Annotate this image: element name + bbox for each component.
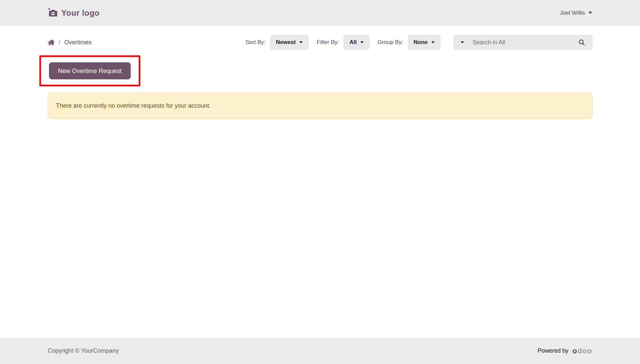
logo-link[interactable]: Your logo	[48, 8, 100, 18]
chevron-down-icon	[431, 41, 435, 43]
copyright-text: Copyright © YourCompany	[48, 347, 119, 354]
group-by-dropdown[interactable]: None	[408, 35, 441, 50]
search-scope-dropdown[interactable]	[460, 40, 465, 45]
breadcrumb-separator: /	[59, 39, 60, 46]
sort-by-dropdown[interactable]: Newest	[270, 35, 309, 50]
home-breadcrumb-link[interactable]	[48, 39, 55, 46]
empty-state-alert: There are currently no overtime requests…	[48, 93, 593, 119]
user-menu[interactable]: Joel Willis	[560, 10, 592, 16]
filter-by-dropdown[interactable]: All	[343, 35, 370, 50]
search-button[interactable]	[577, 38, 586, 47]
sort-by-label: Sort By:	[245, 39, 265, 46]
chevron-down-icon	[299, 41, 303, 43]
filter-by-value: All	[349, 39, 357, 46]
group-by-label: Group By:	[378, 39, 403, 46]
new-overtime-request-button[interactable]: New Overtime Request	[49, 62, 131, 79]
home-icon	[48, 39, 55, 46]
breadcrumb: / Overtimes	[48, 39, 92, 46]
sort-by-value: Newest	[276, 39, 296, 46]
annotation-highlight-rect: New Overtime Request	[39, 55, 140, 86]
user-name: Joel Willis	[560, 10, 585, 16]
empty-state-message: There are currently no overtime requests…	[56, 102, 211, 109]
logo-text: Your logo	[61, 8, 100, 18]
chevron-down-icon	[588, 12, 592, 14]
odoo-logo[interactable]: odoo	[572, 347, 592, 355]
search-icon	[578, 39, 585, 46]
chevron-down-icon	[461, 41, 464, 43]
powered-by: Powered by odoo	[538, 347, 592, 355]
group-by-value: None	[414, 39, 428, 46]
header-bar: Your logo Joel Willis	[0, 0, 640, 26]
filter-controls: Sort By: Newest Filter By: All Group By:…	[245, 35, 593, 50]
toolbar: / Overtimes Sort By: Newest Filter By: A…	[48, 35, 593, 50]
breadcrumb-current: Overtimes	[64, 39, 92, 46]
search-bar	[453, 35, 593, 50]
powered-by-label: Powered by	[538, 347, 568, 354]
search-input[interactable]	[473, 39, 577, 46]
footer-bar: Copyright © YourCompany Powered by odoo	[0, 338, 640, 364]
camera-icon	[48, 8, 58, 18]
portal-page: Your logo Joel Willis / Overtimes Sort B…	[0, 0, 640, 364]
chevron-down-icon	[360, 41, 364, 43]
filter-by-label: Filter By:	[317, 39, 339, 46]
